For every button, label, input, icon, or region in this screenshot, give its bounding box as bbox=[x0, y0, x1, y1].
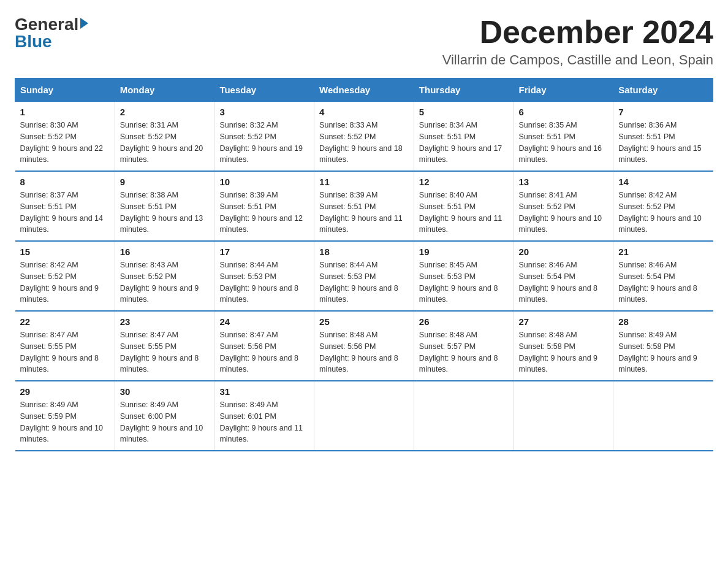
calendar-cell: 11 Sunrise: 8:39 AMSunset: 5:51 PMDaylig… bbox=[314, 171, 414, 241]
day-info: Sunrise: 8:49 AMSunset: 5:58 PMDaylight:… bbox=[618, 329, 708, 375]
day-info: Sunrise: 8:47 AMSunset: 5:55 PMDaylight:… bbox=[120, 329, 210, 375]
day-number: 8 bbox=[20, 177, 110, 187]
calendar-cell: 16 Sunrise: 8:43 AMSunset: 5:52 PMDaylig… bbox=[115, 241, 214, 311]
day-info: Sunrise: 8:42 AMSunset: 5:52 PMDaylight:… bbox=[20, 259, 110, 305]
calendar-cell: 21 Sunrise: 8:46 AMSunset: 5:54 PMDaylig… bbox=[613, 241, 713, 311]
day-number: 31 bbox=[219, 386, 309, 397]
day-info: Sunrise: 8:31 AMSunset: 5:52 PMDaylight:… bbox=[120, 120, 210, 166]
day-number: 14 bbox=[618, 177, 708, 187]
day-info: Sunrise: 8:46 AMSunset: 5:54 PMDaylight:… bbox=[519, 259, 609, 305]
calendar-cell: 7 Sunrise: 8:36 AMSunset: 5:51 PMDayligh… bbox=[613, 102, 713, 172]
calendar-cell: 20 Sunrise: 8:46 AMSunset: 5:54 PMDaylig… bbox=[514, 241, 613, 311]
day-number: 17 bbox=[219, 247, 309, 257]
day-number: 3 bbox=[219, 107, 309, 117]
day-number: 5 bbox=[419, 107, 509, 117]
calendar-cell: 2 Sunrise: 8:31 AMSunset: 5:52 PMDayligh… bbox=[115, 102, 214, 172]
logo-blue-text: Blue bbox=[15, 32, 52, 52]
day-number: 28 bbox=[618, 316, 708, 327]
calendar-cell bbox=[414, 381, 514, 451]
calendar-cell: 12 Sunrise: 8:40 AMSunset: 5:51 PMDaylig… bbox=[414, 171, 514, 241]
calendar-cell: 23 Sunrise: 8:47 AMSunset: 5:55 PMDaylig… bbox=[115, 311, 214, 381]
day-info: Sunrise: 8:45 AMSunset: 5:53 PMDaylight:… bbox=[419, 259, 509, 305]
day-info: Sunrise: 8:47 AMSunset: 5:56 PMDaylight:… bbox=[219, 329, 309, 375]
day-number: 16 bbox=[120, 247, 210, 257]
calendar-week-row: 1 Sunrise: 8:30 AMSunset: 5:52 PMDayligh… bbox=[15, 102, 713, 172]
calendar-cell bbox=[314, 381, 414, 451]
day-info: Sunrise: 8:46 AMSunset: 5:54 PMDaylight:… bbox=[618, 259, 708, 305]
day-info: Sunrise: 8:47 AMSunset: 5:55 PMDaylight:… bbox=[20, 329, 110, 375]
calendar-week-row: 29 Sunrise: 8:49 AMSunset: 5:59 PMDaylig… bbox=[15, 381, 713, 451]
weekday-header-sunday: Sunday bbox=[15, 79, 115, 102]
calendar-cell: 25 Sunrise: 8:48 AMSunset: 5:56 PMDaylig… bbox=[314, 311, 414, 381]
calendar-cell: 13 Sunrise: 8:41 AMSunset: 5:52 PMDaylig… bbox=[514, 171, 613, 241]
day-info: Sunrise: 8:48 AMSunset: 5:57 PMDaylight:… bbox=[419, 329, 509, 375]
day-number: 15 bbox=[20, 247, 110, 257]
day-number: 2 bbox=[120, 107, 210, 117]
day-info: Sunrise: 8:39 AMSunset: 5:51 PMDaylight:… bbox=[219, 190, 309, 236]
day-number: 23 bbox=[120, 316, 210, 327]
day-number: 4 bbox=[319, 107, 409, 117]
calendar-cell: 15 Sunrise: 8:42 AMSunset: 5:52 PMDaylig… bbox=[15, 241, 115, 311]
day-number: 11 bbox=[319, 177, 409, 187]
logo: General Blue bbox=[15, 15, 88, 52]
day-number: 24 bbox=[219, 316, 309, 327]
day-info: Sunrise: 8:49 AMSunset: 6:00 PMDaylight:… bbox=[120, 399, 210, 445]
title-block: December 2024 Villarrin de Campos, Casti… bbox=[442, 15, 713, 68]
calendar-cell: 18 Sunrise: 8:44 AMSunset: 5:53 PMDaylig… bbox=[314, 241, 414, 311]
day-number: 18 bbox=[319, 247, 409, 257]
day-info: Sunrise: 8:44 AMSunset: 5:53 PMDaylight:… bbox=[219, 259, 309, 305]
day-info: Sunrise: 8:39 AMSunset: 5:51 PMDaylight:… bbox=[319, 190, 409, 236]
day-number: 1 bbox=[20, 107, 110, 117]
day-info: Sunrise: 8:30 AMSunset: 5:52 PMDaylight:… bbox=[20, 120, 110, 166]
day-number: 10 bbox=[219, 177, 309, 187]
day-number: 13 bbox=[519, 177, 609, 187]
calendar-week-row: 15 Sunrise: 8:42 AMSunset: 5:52 PMDaylig… bbox=[15, 241, 713, 311]
calendar-week-row: 22 Sunrise: 8:47 AMSunset: 5:55 PMDaylig… bbox=[15, 311, 713, 381]
calendar-cell: 19 Sunrise: 8:45 AMSunset: 5:53 PMDaylig… bbox=[414, 241, 514, 311]
day-number: 6 bbox=[519, 107, 609, 117]
day-info: Sunrise: 8:40 AMSunset: 5:51 PMDaylight:… bbox=[419, 190, 509, 236]
day-number: 30 bbox=[120, 386, 210, 397]
day-info: Sunrise: 8:44 AMSunset: 5:53 PMDaylight:… bbox=[319, 259, 409, 305]
calendar-cell: 29 Sunrise: 8:49 AMSunset: 5:59 PMDaylig… bbox=[15, 381, 115, 451]
day-info: Sunrise: 8:38 AMSunset: 5:51 PMDaylight:… bbox=[120, 190, 210, 236]
calendar-week-row: 8 Sunrise: 8:37 AMSunset: 5:51 PMDayligh… bbox=[15, 171, 713, 241]
day-info: Sunrise: 8:49 AMSunset: 5:59 PMDaylight:… bbox=[20, 399, 110, 445]
calendar-cell: 24 Sunrise: 8:47 AMSunset: 5:56 PMDaylig… bbox=[214, 311, 314, 381]
calendar-cell: 17 Sunrise: 8:44 AMSunset: 5:53 PMDaylig… bbox=[214, 241, 314, 311]
day-number: 20 bbox=[519, 247, 609, 257]
calendar-cell bbox=[613, 381, 713, 451]
day-number: 12 bbox=[419, 177, 509, 187]
day-number: 21 bbox=[618, 247, 708, 257]
calendar-cell: 1 Sunrise: 8:30 AMSunset: 5:52 PMDayligh… bbox=[15, 102, 115, 172]
weekday-header-saturday: Saturday bbox=[613, 79, 713, 102]
day-info: Sunrise: 8:34 AMSunset: 5:51 PMDaylight:… bbox=[419, 120, 509, 166]
page-title: December 2024 bbox=[442, 15, 713, 50]
day-info: Sunrise: 8:42 AMSunset: 5:52 PMDaylight:… bbox=[618, 190, 708, 236]
day-info: Sunrise: 8:48 AMSunset: 5:58 PMDaylight:… bbox=[519, 329, 609, 375]
calendar-cell: 9 Sunrise: 8:38 AMSunset: 5:51 PMDayligh… bbox=[115, 171, 214, 241]
day-info: Sunrise: 8:37 AMSunset: 5:51 PMDaylight:… bbox=[20, 190, 110, 236]
day-info: Sunrise: 8:35 AMSunset: 5:51 PMDaylight:… bbox=[519, 120, 609, 166]
day-number: 25 bbox=[319, 316, 409, 327]
weekday-header-tuesday: Tuesday bbox=[214, 79, 314, 102]
calendar-cell: 27 Sunrise: 8:48 AMSunset: 5:58 PMDaylig… bbox=[514, 311, 613, 381]
calendar-cell: 14 Sunrise: 8:42 AMSunset: 5:52 PMDaylig… bbox=[613, 171, 713, 241]
calendar-cell: 5 Sunrise: 8:34 AMSunset: 5:51 PMDayligh… bbox=[414, 102, 514, 172]
calendar-cell: 6 Sunrise: 8:35 AMSunset: 5:51 PMDayligh… bbox=[514, 102, 613, 172]
day-info: Sunrise: 8:43 AMSunset: 5:52 PMDaylight:… bbox=[120, 259, 210, 305]
calendar-cell: 10 Sunrise: 8:39 AMSunset: 5:51 PMDaylig… bbox=[214, 171, 314, 241]
day-number: 27 bbox=[519, 316, 609, 327]
calendar-table: SundayMondayTuesdayWednesdayThursdayFrid… bbox=[15, 78, 713, 451]
day-number: 7 bbox=[618, 107, 708, 117]
day-info: Sunrise: 8:36 AMSunset: 5:51 PMDaylight:… bbox=[618, 120, 708, 166]
day-number: 26 bbox=[419, 316, 509, 327]
calendar-cell: 22 Sunrise: 8:47 AMSunset: 5:55 PMDaylig… bbox=[15, 311, 115, 381]
day-number: 29 bbox=[20, 386, 110, 397]
page-subtitle: Villarrin de Campos, Castille and Leon, … bbox=[442, 52, 713, 68]
calendar-cell bbox=[514, 381, 613, 451]
day-info: Sunrise: 8:32 AMSunset: 5:52 PMDaylight:… bbox=[219, 120, 309, 166]
weekday-header-row: SundayMondayTuesdayWednesdayThursdayFrid… bbox=[15, 79, 713, 102]
calendar-cell: 28 Sunrise: 8:49 AMSunset: 5:58 PMDaylig… bbox=[613, 311, 713, 381]
day-number: 22 bbox=[20, 316, 110, 327]
